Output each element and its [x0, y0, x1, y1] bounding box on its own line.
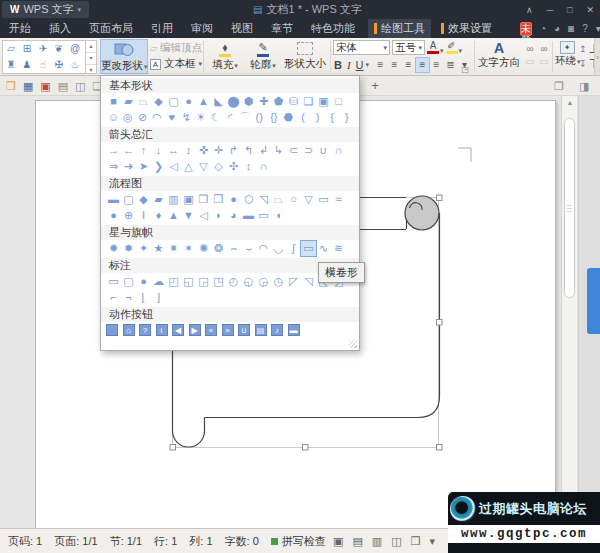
link-icon[interactable]: ∞	[523, 42, 537, 55]
shape-sun[interactable]: ☀	[194, 110, 209, 125]
arrow-left-right-callout[interactable]: ◇	[211, 159, 226, 174]
shape-cube[interactable]: ❏	[301, 94, 316, 109]
flow-merge[interactable]: ▼	[181, 208, 196, 223]
star-8-point[interactable]: ✷	[166, 241, 181, 256]
horizontal-scroll[interactable]: ▭	[301, 241, 316, 256]
chevron-down-icon[interactable]: ▾	[365, 61, 369, 69]
shape-double-bracket[interactable]: ()	[252, 110, 267, 125]
arrow-down[interactable]: ↓	[151, 143, 166, 158]
shape-can[interactable]: ⛁	[286, 94, 301, 109]
arrow-curved-up[interactable]: ∩	[331, 143, 346, 158]
ribbon-up[interactable]: ⌢	[226, 241, 241, 256]
gallery-up-icon[interactable]: ▴	[86, 41, 96, 53]
shape-donut[interactable]: ◎	[121, 110, 136, 125]
tab-special-features[interactable]: 特色功能	[302, 19, 364, 38]
arrow-pentagon[interactable]: ➤	[136, 159, 151, 174]
shape-lightning-bolt[interactable]: ↯	[179, 110, 194, 125]
shape-rectangle[interactable]: ■	[106, 94, 121, 109]
flow-delay[interactable]: ◗	[211, 208, 226, 223]
star-5-point[interactable]: ★	[151, 241, 166, 256]
recent-shape-vase[interactable]: ♜	[3, 57, 19, 73]
shop-icon[interactable]: ◙	[568, 23, 574, 34]
recent-shape-teapot[interactable]: ♨	[67, 57, 83, 73]
ribbon-curved-up[interactable]: ◠	[256, 241, 271, 256]
shape-octagon[interactable]: ⬣	[281, 110, 296, 125]
flow-predefined-process[interactable]: ▥	[166, 192, 181, 207]
tab-references[interactable]: 引用	[142, 19, 182, 38]
arrow-striped-right[interactable]: ⇒	[106, 159, 121, 174]
arrow-curved[interactable]: ∩	[256, 159, 271, 174]
shape-moon[interactable]: ☾	[208, 110, 223, 125]
recent-shape-person[interactable]: ♟	[19, 57, 35, 73]
flow-card[interactable]: ▭	[316, 192, 331, 207]
double-wave[interactable]: ≋	[331, 241, 346, 256]
shape-hexagon[interactable]: ⬢	[241, 94, 256, 109]
flow-data[interactable]: ▰	[151, 192, 166, 207]
callout-line-1-accent[interactable]: ◴	[226, 274, 241, 289]
flow-process[interactable]: ▬	[106, 192, 121, 207]
flow-sequential-access-storage[interactable]: ◕	[226, 208, 241, 223]
flow-multidocument[interactable]: ❒	[211, 192, 226, 207]
shape-frame[interactable]: □	[331, 94, 346, 109]
recent-shape-plane[interactable]: ✈	[35, 41, 51, 57]
shape-parallelogram[interactable]: ▰	[121, 94, 136, 109]
flow-decision[interactable]: ◆	[136, 192, 151, 207]
tab-effect-settings[interactable]: 效果设置	[435, 19, 498, 38]
vertical-scroll[interactable]: ʃ	[286, 241, 301, 256]
flow-magnetic-disk[interactable]: ▬	[241, 208, 256, 223]
gallery-down-icon[interactable]: ▾	[86, 53, 96, 65]
shape-right-brace[interactable]: }	[340, 110, 355, 125]
action-return[interactable]: ∪	[238, 324, 250, 336]
arrow-right[interactable]: →	[106, 143, 121, 158]
font-color-button[interactable]: A ▾	[427, 40, 444, 55]
flow-alternate-process[interactable]: ▢	[121, 192, 136, 207]
help-caret-icon[interactable]: ▾	[596, 23, 600, 34]
arrow-left-up[interactable]: ↲	[256, 143, 271, 158]
flow-off-page-connector[interactable]: ▽	[301, 192, 316, 207]
outline-button[interactable]: ✎ 轮廓▾	[244, 40, 282, 72]
shape-oval[interactable]: ●	[181, 94, 196, 109]
callout-line-4[interactable]: ◳	[211, 274, 226, 289]
recent-shape-grid[interactable]: ⊞	[19, 41, 35, 57]
callout-line-3-accent[interactable]: ◶	[256, 274, 271, 289]
action-help[interactable]: ?	[139, 324, 151, 336]
arrow-up-down-callout[interactable]: ↕	[241, 159, 256, 174]
callout-line-1-no-border[interactable]: ⌐	[106, 290, 121, 305]
arrow-curved-left[interactable]: ⊂	[286, 143, 301, 158]
shape-block-arc[interactable]: ◠	[150, 110, 165, 125]
arrow-bent[interactable]: ↰	[241, 143, 256, 158]
flow-sort[interactable]: ♦	[151, 208, 166, 223]
callout-line-3-no-border[interactable]: ⌊	[136, 290, 151, 305]
ribbon-down[interactable]: ⌣	[241, 241, 256, 256]
tab-view[interactable]: 视图	[222, 19, 262, 38]
action-document[interactable]: ▤	[255, 324, 267, 336]
arrow-left-callout[interactable]: ◁	[166, 159, 181, 174]
callout-line-2-no-border[interactable]: ¬	[121, 290, 136, 305]
flow-stored-data[interactable]: ◁	[196, 208, 211, 223]
action-home[interactable]: ⌂	[123, 324, 135, 336]
font-name-select[interactable]: 宋体 ▾	[333, 40, 390, 55]
arrow-quad-callout[interactable]: ✣	[226, 159, 241, 174]
tab-insert[interactable]: 插入	[40, 19, 80, 38]
underline-button[interactable]: U	[355, 59, 365, 71]
action-sound[interactable]: ♪	[271, 324, 283, 336]
flow-manual-input[interactable]: ◹	[256, 192, 271, 207]
arrow-down-callout[interactable]: ▽	[196, 159, 211, 174]
tab-review[interactable]: 审阅	[182, 19, 222, 38]
shape-heart[interactable]: ♥	[164, 110, 179, 125]
callout-rectangular[interactable]: ▭	[106, 274, 121, 289]
italic-button[interactable]: I	[344, 59, 354, 71]
shape-left-bracket[interactable]: (	[296, 110, 311, 125]
shape-right-bracket[interactable]: )	[310, 110, 325, 125]
shape-right-triangle[interactable]: ◣	[211, 94, 226, 109]
callout-line-1[interactable]: ◰	[166, 274, 181, 289]
feedback-icon[interactable]: ◕	[554, 23, 560, 34]
flow-or[interactable]: ⊕	[121, 208, 136, 223]
star-explosion-1[interactable]: ✸	[106, 241, 121, 256]
flow-preparation[interactable]: ⬡	[241, 192, 256, 207]
maximize-icon[interactable]: □	[567, 5, 572, 15]
flow-display[interactable]: ◖	[271, 208, 286, 223]
web-view-icon[interactable]: ◫	[391, 535, 401, 548]
recent-shape-leaf[interactable]: ❦	[51, 41, 67, 57]
action-movie[interactable]: ▬	[288, 324, 300, 336]
